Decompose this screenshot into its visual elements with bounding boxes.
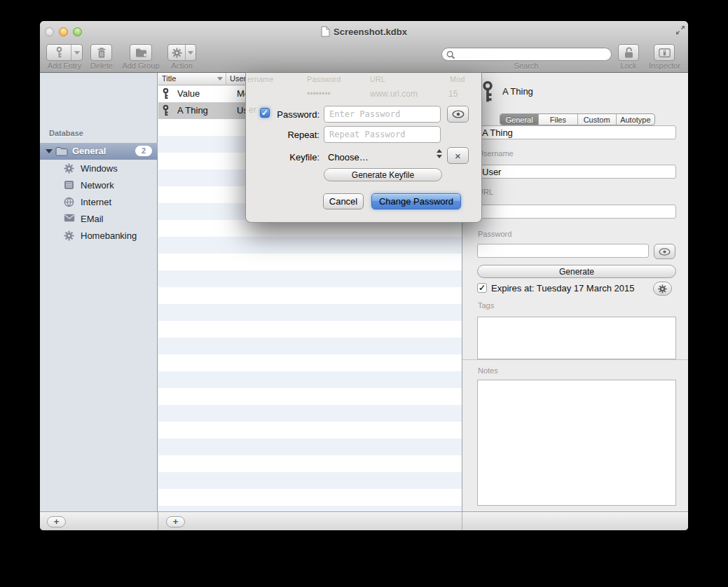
ghost-header-mod: Mod	[450, 75, 465, 83]
title-field[interactable]	[477, 125, 676, 139]
eye-icon	[659, 248, 671, 256]
window-title: Screenshot.kdbx	[40, 26, 688, 37]
column-header-title[interactable]: Title	[162, 74, 176, 83]
add-group-plus-button[interactable]: +	[47, 516, 66, 527]
gear-icon	[658, 284, 667, 294]
password-label: Password	[478, 230, 511, 238]
change-password-button[interactable]: Change Password	[371, 193, 461, 209]
add-entry-label: Add Entry	[43, 62, 86, 70]
action-label: Action	[166, 62, 198, 70]
key-icon-large	[481, 80, 495, 104]
sidebar-header: Database	[49, 129, 83, 137]
trash-icon	[97, 47, 107, 59]
tab-autotype[interactable]: Autotype	[617, 114, 654, 125]
action-button[interactable]	[167, 44, 196, 61]
app-window: Screenshot.kdbx Add Entry Delete Add Gro…	[40, 21, 688, 530]
sidebar: Database General 2 Windows Network Inter…	[40, 73, 158, 511]
ghost-header-url: URL	[370, 75, 385, 83]
keyfile-popup[interactable]: Choose…	[328, 152, 369, 163]
ghost-password-dots: ••••••••	[307, 89, 331, 99]
lock-open-icon	[624, 46, 634, 59]
key-icon	[162, 88, 170, 102]
search-field[interactable]	[458, 49, 608, 60]
sidebar-item-label: Internet	[81, 197, 111, 207]
inspector-entry-title: A Thing	[502, 86, 533, 97]
add-entry-button[interactable]	[46, 44, 83, 61]
eye-icon	[452, 110, 465, 118]
generate-password-button[interactable]: Generate	[477, 265, 676, 278]
inspector-panel: A Thing General Files Custom Autotype Us…	[462, 73, 688, 511]
password-field[interactable]	[477, 244, 649, 258]
notes-box[interactable]	[477, 380, 676, 506]
search-input[interactable]	[441, 48, 612, 61]
change-password-sheet: ername Password URL Mod •••••••• www.url…	[245, 72, 482, 223]
notes-label: Notes	[478, 366, 498, 375]
entry-title: A Thing	[177, 105, 208, 116]
sheet-repeat-input[interactable]	[324, 126, 441, 143]
username-field[interactable]	[477, 165, 676, 179]
ghost-header-password: Password	[307, 75, 341, 83]
key-icon	[162, 104, 170, 119]
tags-box[interactable]	[477, 317, 676, 359]
cancel-button[interactable]: Cancel	[323, 193, 364, 209]
close-icon: ×	[455, 151, 461, 161]
tab-files[interactable]: Files	[539, 114, 577, 125]
tab-general[interactable]: General	[500, 114, 539, 125]
gear-icon	[64, 163, 74, 176]
url-field[interactable]	[477, 205, 676, 219]
tags-label: Tags	[478, 301, 494, 310]
search-icon	[446, 50, 455, 60]
sort-descending-icon	[217, 77, 223, 81]
delete-label: Delete	[88, 62, 116, 70]
sidebar-item-label: EMail	[81, 214, 104, 224]
fullscreen-icon[interactable]	[675, 25, 686, 39]
document-icon	[321, 26, 330, 37]
sheet-repeat-label: Repeat:	[246, 130, 320, 140]
ghost-url: www.url.com	[370, 89, 418, 99]
disclosure-triangle-icon[interactable]	[46, 149, 53, 153]
lock-button[interactable]	[618, 44, 639, 61]
key-icon	[47, 45, 71, 60]
sidebar-group-general[interactable]: General 2	[40, 143, 158, 160]
inspector-label: Inspector	[645, 62, 684, 70]
folder-plus-icon	[135, 48, 147, 57]
ghost-mod-1: 15	[448, 89, 458, 99]
sidebar-item-label: Network	[81, 180, 114, 191]
search-label: Search	[505, 62, 547, 70]
sidebar-item-windows[interactable]: Windows	[40, 160, 158, 177]
delete-button[interactable]	[90, 44, 112, 61]
expires-checkbox[interactable]: ✓	[477, 283, 487, 293]
sidebar-group-label: General	[72, 146, 106, 156]
add-entry-plus-button[interactable]: +	[166, 516, 185, 527]
keyfile-clear-button[interactable]: ×	[447, 147, 469, 164]
sidebar-item-homebanking[interactable]: Homebanking	[40, 228, 158, 244]
gear-icon	[64, 230, 74, 243]
folder-icon	[55, 146, 68, 156]
sidebar-item-email[interactable]: EMail	[40, 211, 158, 228]
sheet-reveal-button[interactable]	[447, 106, 469, 123]
expires-label: Expires at: Tuesday 17 March 2015	[491, 283, 635, 294]
expires-settings-button[interactable]	[653, 282, 672, 296]
sidebar-item-label: Homebanking	[81, 230, 137, 241]
lock-label: Lock	[616, 62, 641, 70]
gear-icon	[168, 45, 185, 60]
entry-title: Value	[177, 88, 200, 99]
sidebar-item-network[interactable]: Network	[40, 177, 158, 194]
tab-custom[interactable]: Custom	[578, 114, 617, 125]
add-group-label: Add Group	[119, 62, 163, 70]
inspector-icon	[659, 48, 671, 57]
chevron-down-icon	[186, 45, 195, 60]
ghost-header-username: ername	[247, 75, 273, 83]
sidebar-item-internet[interactable]: Internet	[40, 194, 158, 211]
add-group-button[interactable]	[130, 44, 152, 61]
stepper-icon[interactable]	[437, 149, 442, 158]
reveal-password-button[interactable]	[654, 244, 675, 259]
sidebar-item-label: Windows	[81, 163, 118, 174]
generate-keyfile-button[interactable]: Generate Keyfile	[324, 168, 442, 181]
username-label: Username	[478, 149, 514, 158]
inspector-button[interactable]	[654, 44, 675, 61]
sheet-password-input[interactable]	[324, 106, 441, 123]
titlebar-toolbar: Screenshot.kdbx Add Entry Delete Add Gro…	[40, 21, 688, 73]
globe-icon	[64, 197, 74, 209]
sheet-keyfile-label: Keyfile:	[246, 152, 320, 163]
